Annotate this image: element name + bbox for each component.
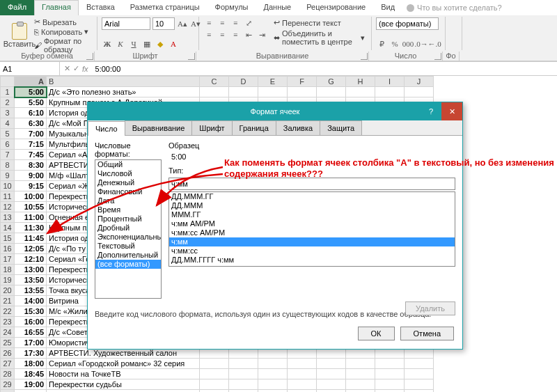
category-item[interactable]: Текстовый (95, 242, 161, 251)
col-header-E[interactable]: E (258, 77, 288, 87)
cell[interactable]: 12:10 (15, 254, 47, 265)
cell[interactable]: 7:45 (15, 150, 47, 160)
cell[interactable] (405, 390, 434, 393)
cell[interactable]: 18:45 (15, 369, 47, 379)
cell[interactable]: 11:45 (15, 233, 47, 244)
cell[interactable] (375, 390, 405, 393)
cell[interactable]: 6:10 (15, 108, 47, 118)
category-item[interactable]: Время (95, 205, 161, 214)
type-item[interactable]: МММ.ГГ (169, 210, 455, 219)
tab-home[interactable]: Главная (34, 0, 79, 15)
cell[interactable] (200, 359, 229, 369)
type-input[interactable] (168, 178, 455, 190)
row-header[interactable]: 7 (1, 150, 15, 160)
cancel-edit-icon[interactable]: ✕ (64, 64, 70, 73)
cell[interactable]: 19:55 (15, 390, 47, 393)
cell[interactable]: 15:30 (15, 306, 47, 317)
merge-center-button[interactable]: ⬌Объединить и поместить в центре ▾ (272, 29, 367, 47)
cell[interactable] (317, 359, 346, 369)
tab-insert[interactable]: Вставка (79, 0, 123, 15)
inc-decimal[interactable]: .0→ (416, 38, 427, 49)
number-format-select[interactable] (376, 17, 439, 30)
cell[interactable] (200, 369, 229, 379)
cell[interactable] (375, 379, 405, 390)
dialog-tab[interactable]: Шрифт (191, 120, 232, 135)
cell[interactable]: 13:55 (15, 285, 47, 296)
cell[interactable] (200, 87, 229, 97)
fill-color-button[interactable]: ◆ (155, 38, 166, 49)
category-list[interactable]: ОбщийЧисловойДенежныйФинансовыйДатаВремя… (95, 159, 162, 299)
type-list[interactable]: ДД.МММ.ГГДД.ММММММ.ГГч:мм AM/PMч:мм:сс A… (168, 191, 455, 267)
clipboard-launcher[interactable] (86, 53, 93, 60)
type-item[interactable]: ч:мм (169, 237, 455, 246)
cell[interactable] (317, 379, 346, 390)
category-item[interactable]: Процентный (95, 214, 161, 224)
cell[interactable] (346, 369, 375, 379)
cell[interactable] (317, 390, 346, 393)
cut-button[interactable]: ✂Вырезать (34, 17, 93, 26)
category-item[interactable]: Дата (95, 196, 161, 205)
dialog-tab[interactable]: Заливка (276, 120, 320, 135)
cell[interactable] (346, 87, 375, 97)
currency-button[interactable]: ₽ (376, 38, 387, 49)
row-header[interactable]: 4 (1, 118, 15, 129)
dialog-tab[interactable]: Число (88, 121, 125, 136)
row-header[interactable]: 20 (1, 285, 15, 296)
dialog-tab[interactable]: Граница (232, 120, 276, 135)
row-header[interactable]: 18 (1, 265, 15, 275)
cell[interactable]: Новости на ТочкеТВ (47, 369, 200, 379)
tab-data[interactable]: Данные (256, 0, 299, 15)
row-header[interactable]: 21 (1, 296, 15, 306)
col-header-H[interactable]: H (346, 77, 375, 87)
cell[interactable] (346, 379, 375, 390)
font-select[interactable] (102, 17, 150, 30)
dialog-tab[interactable]: Выравнивание (125, 120, 193, 135)
cell[interactable] (346, 359, 375, 369)
cell[interactable]: 16:55 (15, 327, 47, 338)
select-all-corner[interactable] (1, 77, 15, 87)
cell[interactable] (229, 87, 258, 97)
percent-button[interactable]: % (389, 38, 400, 49)
confirm-edit-icon[interactable]: ✓ (73, 64, 79, 73)
cell[interactable]: 10:00 (15, 191, 47, 202)
cell[interactable]: 19:00 (15, 379, 47, 390)
type-item[interactable]: ч:мм:сс AM/PM (169, 228, 455, 237)
cell[interactable]: 11:30 (15, 223, 47, 233)
category-item[interactable]: Дополнительный (95, 251, 161, 260)
row-header[interactable]: 17 (1, 254, 15, 265)
row-header[interactable]: 9 (1, 171, 15, 181)
col-header-I[interactable]: I (375, 77, 405, 87)
row-header[interactable]: 5 (1, 129, 15, 139)
cell[interactable] (200, 390, 229, 393)
comma-button[interactable]: 000 (402, 38, 414, 49)
row-header[interactable]: 16 (1, 244, 15, 254)
cell[interactable] (375, 87, 405, 97)
col-header-G[interactable]: G (317, 77, 346, 87)
cell[interactable] (258, 87, 288, 97)
cell[interactable] (288, 87, 317, 97)
cell[interactable]: 16:00 (15, 317, 47, 327)
cell[interactable] (229, 379, 258, 390)
row-header[interactable]: 24 (1, 327, 15, 338)
dialog-close-button[interactable]: ✕ (441, 102, 462, 120)
cell[interactable]: 6:30 (15, 118, 47, 129)
row-header[interactable]: 2 (1, 97, 15, 108)
col-header-A[interactable]: A (15, 77, 47, 87)
row-header[interactable]: 26 (1, 348, 15, 359)
type-item[interactable]: ДД.МММ.ГГ (169, 192, 455, 201)
dec-decimal[interactable]: ←.0 (429, 38, 440, 49)
border-button[interactable]: ▦ (141, 38, 152, 49)
align-center[interactable]: ≡ (217, 29, 228, 40)
cell[interactable]: 5:50 (15, 97, 47, 108)
type-item[interactable]: мм:сс (169, 265, 455, 267)
row-header[interactable]: 14 (1, 223, 15, 233)
row-header[interactable]: 13 (1, 212, 15, 223)
cell[interactable]: 7:15 (15, 139, 47, 150)
row-header[interactable]: 28 (1, 369, 15, 379)
cell[interactable]: 9:15 (15, 181, 47, 191)
cell[interactable] (405, 369, 434, 379)
cell[interactable] (288, 359, 317, 369)
row-header[interactable]: 3 (1, 108, 15, 118)
cell[interactable]: 11:00 (15, 212, 47, 223)
cell[interactable] (375, 369, 405, 379)
